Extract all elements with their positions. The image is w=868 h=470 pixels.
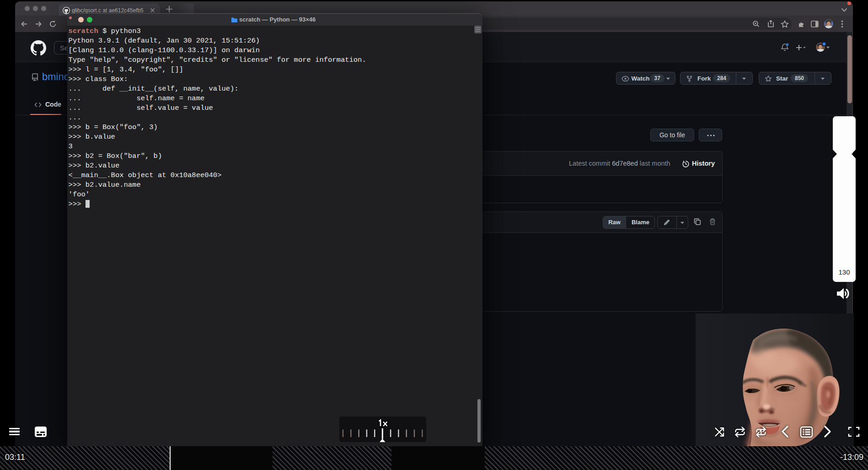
svg-text:130: 130 xyxy=(838,268,850,276)
